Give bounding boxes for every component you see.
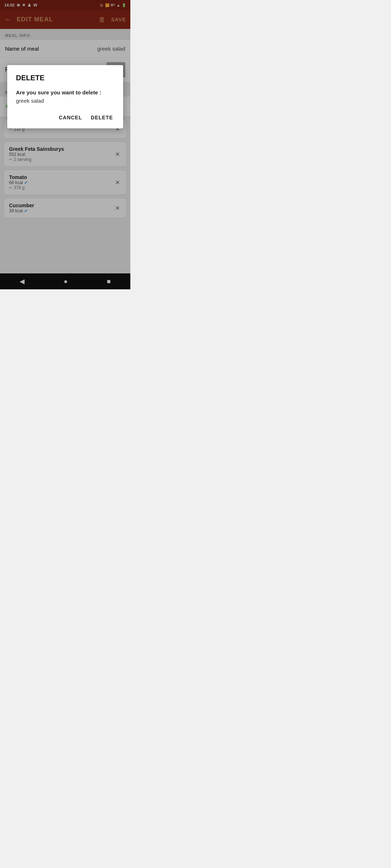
dialog-message: Are you sure you want to delete :	[16, 89, 114, 95]
cancel-button[interactable]: CANCEL	[57, 112, 83, 123]
dialog-title: DELETE	[16, 74, 114, 82]
delete-dialog: DELETE Are you sure you want to delete :…	[7, 65, 123, 128]
delete-confirm-button[interactable]: DELETE	[89, 112, 114, 123]
dialog-item-name: greek salad	[16, 98, 114, 104]
dialog-overlay: DELETE Are you sure you want to delete :…	[0, 0, 130, 289]
dialog-actions: CANCEL DELETE	[16, 112, 114, 123]
